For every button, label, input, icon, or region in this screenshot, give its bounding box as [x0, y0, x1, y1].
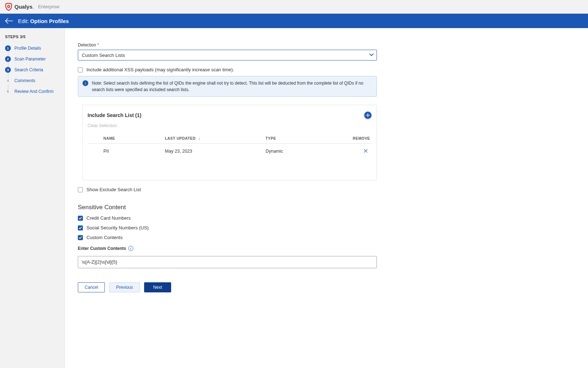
step-list: 1 Profile Details 2 Scan Parameter 3 Sea… — [5, 45, 59, 94]
steps-counter: STEPS 3/5 — [5, 35, 59, 39]
cancel-button[interactable]: Cancel — [78, 282, 105, 292]
info-icon[interactable]: i — [128, 246, 133, 251]
step-review-confirm[interactable]: 5 Review And Confirm — [5, 89, 59, 94]
xss-payloads-checkbox[interactable]: Include additional XSS payloads (may sig… — [78, 67, 377, 72]
custom-contents-label: Custom Contents — [86, 235, 122, 240]
custom-contents-checkbox[interactable]: Custom Contents — [78, 235, 377, 240]
step-bullet-icon: 1 — [5, 45, 11, 51]
step-label: Scan Parameter — [14, 57, 46, 62]
col-name[interactable]: NAME — [88, 133, 163, 144]
checkbox-icon — [78, 225, 83, 230]
edit-header: Edit: Option Profiles — [0, 14, 588, 28]
form-buttons: Cancel Previous Next — [78, 282, 377, 292]
step-bullet-icon: 3 — [5, 67, 11, 73]
custom-contents-input[interactable] — [78, 256, 377, 268]
checkbox-icon — [78, 216, 83, 221]
include-search-list-table: NAME LAST UPDATED ↓ TYPE REMOVE PII — [88, 133, 371, 158]
detection-select[interactable]: Custom Search Lists — [78, 50, 377, 60]
row-name: PII — [88, 144, 163, 159]
step-comments[interactable]: 4 Comments — [5, 78, 59, 84]
brand-bar: Qualys. Enterprise — [0, 0, 588, 14]
show-exclude-label: Show Exclude Search List — [86, 187, 141, 192]
main-content: Detection * Custom Search Lists Include … — [65, 28, 588, 368]
svg-point-0 — [8, 5, 10, 8]
step-bullet-icon: 2 — [5, 56, 11, 62]
sensitive-content-title: Sensitive Content — [78, 204, 377, 211]
row-type: Dynamic — [263, 144, 318, 159]
step-profile-details[interactable]: 1 Profile Details — [5, 45, 59, 51]
detection-selected-value: Custom Search Lists — [82, 53, 125, 58]
credit-card-label: Credit Card Numbers — [86, 215, 131, 221]
xss-payloads-label: Include additional XSS payloads (may sig… — [86, 67, 234, 72]
detection-note: i Note: Select search lists defining the… — [78, 76, 377, 97]
checkbox-icon — [78, 67, 83, 72]
ssn-label: Social Security Numbers (US) — [86, 225, 149, 230]
back-arrow-icon[interactable] — [5, 18, 13, 24]
step-label: Comments — [14, 78, 35, 83]
detection-label: Detection * — [78, 42, 377, 48]
info-icon: i — [83, 80, 88, 86]
step-label: Search Criteria — [14, 67, 43, 72]
checkbox-icon — [78, 235, 83, 240]
next-button[interactable]: Next — [144, 282, 171, 292]
col-remove: REMOVE — [318, 133, 371, 144]
brand-sub: Enterprise — [38, 4, 59, 9]
col-type[interactable]: TYPE — [263, 133, 318, 144]
show-exclude-checkbox[interactable]: Show Exclude Search List — [78, 187, 377, 192]
row-last-updated: May 23, 2023 — [163, 144, 263, 159]
previous-button[interactable]: Previous — [109, 282, 140, 292]
steps-sidebar: STEPS 3/5 1 Profile Details 2 Scan Param… — [0, 28, 65, 368]
detection-note-text: Note: Select search lists defining the l… — [92, 80, 372, 93]
remove-row-button[interactable] — [364, 148, 368, 154]
table-row[interactable]: PII May 23, 2023 Dynamic — [88, 144, 371, 159]
step-scan-parameter[interactable]: 2 Scan Parameter — [5, 56, 59, 62]
edit-label: Edit: — [18, 18, 29, 24]
step-label: Review And Confirm — [14, 89, 54, 94]
include-list-title: Include Search List (1) — [88, 112, 141, 118]
credit-card-checkbox[interactable]: Credit Card Numbers — [78, 215, 377, 221]
step-label: Profile Details — [14, 46, 41, 51]
page-title: Option Profiles — [30, 18, 69, 24]
qualys-shield-icon — [5, 3, 12, 11]
ssn-checkbox[interactable]: Social Security Numbers (US) — [78, 225, 377, 230]
enter-custom-contents-label: Enter Custom Contents i — [78, 246, 377, 251]
include-search-list-panel: Include Search List (1) Clear Selection … — [82, 105, 377, 180]
brand-name: Qualys. — [14, 4, 34, 10]
sort-arrow-down-icon: ↓ — [198, 136, 200, 140]
add-search-list-button[interactable] — [364, 112, 371, 119]
step-search-criteria[interactable]: 3 Search Criteria — [5, 67, 59, 73]
col-last-updated[interactable]: LAST UPDATED ↓ — [163, 133, 263, 144]
brand-logo: Qualys. Enterprise — [5, 3, 59, 11]
checkbox-icon — [78, 187, 83, 192]
clear-selection-link[interactable]: Clear Selection — [88, 123, 117, 128]
step-bullet-icon: 4 — [5, 78, 11, 84]
step-bullet-icon: 5 — [5, 89, 11, 94]
